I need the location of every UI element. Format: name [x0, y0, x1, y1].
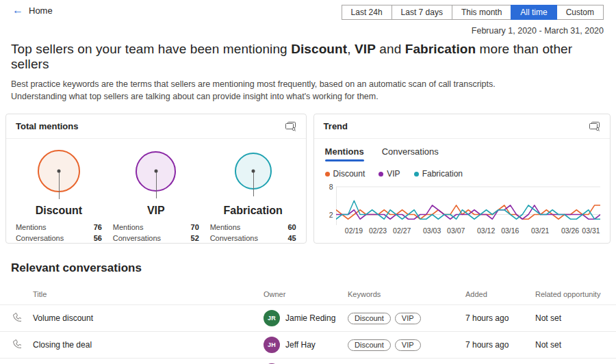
mentions-label: Mentions: [113, 222, 144, 233]
x-tick-label: 03/12: [477, 226, 495, 235]
description-line-1: Best practice keywords are the terms tha…: [11, 78, 605, 90]
trend-header: Trend: [314, 114, 610, 139]
keyword-pill: VIP: [395, 313, 421, 324]
insight-cards: Total mentions Discount: [5, 114, 611, 244]
relevant-conversations-title: Relevant conversations: [11, 261, 605, 275]
mentions-value: 60: [287, 222, 296, 233]
table-row[interactable]: Closing the deal JHJeff Hay DiscountVIP …: [0, 331, 616, 358]
back-home-link[interactable]: ← Home: [12, 5, 53, 16]
keyword-card-vip: VIP Mentions70 Conversations52: [107, 146, 205, 244]
tab-conversations[interactable]: Conversations: [382, 146, 439, 161]
col-title: Title: [33, 290, 264, 298]
keyword-pill: Discount: [348, 313, 391, 324]
discount-bubble: [38, 150, 80, 192]
phone-icon: [11, 312, 33, 324]
table-header-row: Title Owner Keywords Added Related oppor…: [0, 284, 616, 304]
legend-item-vip: VIP: [378, 169, 400, 179]
conversation-title[interactable]: Volume discount: [33, 313, 264, 323]
tab-mentions[interactable]: Mentions: [325, 146, 364, 161]
x-tick-label: 02/23: [369, 226, 387, 235]
keyword-card-fabrication: Fabrication Mentions60 Conversations45: [205, 146, 302, 244]
fabrication-bubble: [235, 153, 272, 190]
bubble-pin-line: [156, 171, 157, 198]
page-description: Best practice keywords are the terms tha…: [11, 78, 605, 103]
time-filter-custom[interactable]: Custom: [556, 5, 604, 20]
added-time: 7 hours ago: [465, 340, 535, 350]
owner-avatar: JR: [264, 310, 280, 326]
copy-chart-button[interactable]: [285, 121, 296, 131]
conversations-label: Conversations: [113, 233, 161, 244]
trend-line-chart: [336, 185, 600, 225]
back-arrow-icon[interactable]: ←: [12, 5, 23, 16]
added-time: 7 hours ago: [465, 313, 535, 323]
x-tick-label: 03/21: [531, 226, 549, 235]
conversation-title[interactable]: Closing the deal: [33, 340, 264, 350]
owner-name: Jeff Hay: [285, 340, 316, 350]
trend-title: Trend: [324, 121, 348, 131]
table-row[interactable]: Volume discount JRJamie Reding DiscountV…: [0, 304, 616, 331]
col-related: Related opportunity: [535, 290, 616, 298]
x-tick-label: 03/03: [423, 226, 441, 235]
conversations-label: Conversations: [210, 233, 258, 244]
mentions-value: 76: [94, 222, 102, 233]
keyword-pill: Discount: [348, 339, 391, 351]
total-mentions-title: Total mentions: [16, 121, 78, 131]
trend-chart: 82 02/1902/2302/2703/0303/0703/1203/1603…: [322, 185, 600, 237]
keyword-card-discount: Discount Mentions76 Conversations56: [10, 146, 107, 244]
copy-chart-icon: [285, 121, 296, 131]
mentions-label: Mentions: [16, 222, 47, 233]
keyword-label: Fabrication: [224, 205, 283, 217]
bubble-center-dot: [154, 170, 157, 173]
trend-tabs: Mentions Conversations: [325, 146, 599, 161]
x-tick-label: 03/16: [501, 226, 519, 235]
legend-item-fabrication: Fabrication: [414, 169, 463, 179]
bubble-center-dot: [251, 170, 255, 173]
chart-legend: Discount VIP Fabrication: [325, 169, 599, 179]
conversations-label: Conversations: [16, 233, 64, 244]
keyword-label: Discount: [36, 205, 82, 217]
time-filter-last7days[interactable]: Last 7 days: [392, 5, 452, 20]
legend-item-discount: Discount: [325, 169, 365, 179]
description-line-2: Understanding what top sellers are talki…: [11, 90, 605, 103]
bubble-center-dot: [57, 170, 60, 173]
col-owner: Owner: [264, 290, 348, 298]
table-row[interactable]: Initial discussion JSJoni Sherman Discou…: [0, 358, 616, 364]
x-tick-label: 02/27: [393, 226, 411, 235]
top-bar: ← Home Last 24h Last 7 days This month A…: [0, 0, 616, 20]
conversations-value: 45: [287, 233, 296, 244]
total-mentions-card: Total mentions Discount: [5, 114, 307, 244]
copy-chart-button[interactable]: [589, 121, 600, 131]
legend-dot: [378, 172, 383, 177]
time-filter-thismonth[interactable]: This month: [452, 5, 511, 20]
col-keywords: Keywords: [348, 290, 465, 298]
x-tick-label: 02/19: [345, 226, 363, 235]
bubble-pin-line: [253, 171, 254, 196]
keyword-label: VIP: [147, 205, 165, 217]
conversations-value: 56: [94, 233, 102, 244]
mentions-label: Mentions: [210, 222, 241, 233]
related-opportunity: Not set: [535, 313, 616, 323]
x-tick-label: 03/31: [582, 226, 600, 235]
time-filter-group: Last 24h Last 7 days This month All time…: [342, 5, 604, 20]
col-added: Added: [465, 290, 535, 298]
y-tick-label: 8: [322, 183, 333, 191]
keyword-summary-row: Discount Mentions76 Conversations56 VIP …: [6, 139, 306, 244]
time-filter-alltime[interactable]: All time: [511, 5, 556, 20]
legend-dot: [325, 172, 330, 177]
owner-avatar: JH: [264, 337, 280, 353]
x-tick-label: 03/26: [561, 226, 579, 235]
bubble-pin-line: [59, 171, 60, 199]
total-mentions-header: Total mentions: [6, 114, 306, 139]
conversations-table: Title Owner Keywords Added Related oppor…: [0, 284, 616, 364]
home-label[interactable]: Home: [29, 5, 53, 16]
copy-chart-icon: [589, 121, 600, 131]
time-filter-last24h[interactable]: Last 24h: [342, 5, 392, 20]
y-tick-label: 2: [322, 211, 333, 219]
keyword-pill: VIP: [395, 339, 421, 351]
owner-name: Jamie Reding: [285, 313, 335, 323]
conversations-value: 52: [191, 233, 199, 244]
page-title: Top sellers on your team have been menti…: [11, 42, 605, 72]
trend-card: Trend Mentions Conversations Discount VI…: [313, 114, 611, 244]
legend-dot: [414, 172, 419, 177]
vip-bubble: [136, 151, 176, 192]
